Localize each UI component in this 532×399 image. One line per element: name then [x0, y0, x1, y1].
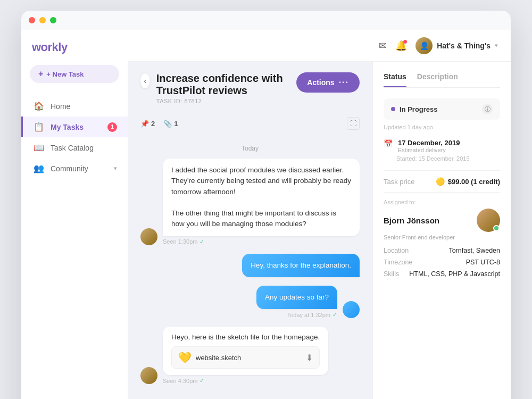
sidebar-label-home: Home [51, 102, 70, 111]
fullscreen-button[interactable]: ⛶ [347, 117, 360, 130]
close-button[interactable] [29, 17, 35, 23]
pins-button[interactable]: 📌 2 [140, 120, 155, 128]
updated-text: Updated 1 day ago [384, 124, 500, 130]
seen-check-icon: ✓ [200, 238, 204, 245]
seen-check-icon: ✓ [332, 311, 337, 318]
main-content: ✉ 🔔 👤 Hat's & Thing's ▾ [128, 30, 511, 399]
message-time: Today at 1:32pm ✓ [256, 311, 337, 318]
mail-button[interactable]: ✉ [379, 40, 387, 52]
user-menu[interactable]: 👤 Hat's & Thing's ▾ [415, 37, 498, 54]
pins-count: 2 [151, 120, 155, 128]
minimize-button[interactable] [39, 17, 46, 23]
delivery-info: 17 December, 2019 Estimated delivery [398, 139, 460, 153]
file-type-icon: 💛 [178, 351, 192, 364]
delivery-label: Estimated delivery [398, 147, 460, 153]
message-row: Heyo, here is the sketch file for the ho… [140, 327, 360, 384]
assigned-label: Assigned to: [384, 199, 500, 205]
actions-button[interactable]: Actions ··· [296, 72, 360, 93]
task-id: TASK ID: 87812 [156, 98, 297, 104]
task-price-label: Task price [384, 178, 415, 186]
top-header: ✉ 🔔 👤 Hat's & Thing's ▾ [128, 30, 511, 62]
status-badge: In Progress ⓘ [384, 98, 500, 120]
file-attachment: 💛 website.sketch ⬇ [171, 346, 320, 369]
status-info-button[interactable]: ⓘ [482, 104, 493, 114]
chat-toolbar: 📌 2 📎 1 ⛶ [140, 113, 360, 134]
maximize-button[interactable] [50, 17, 56, 23]
logo: workly [21, 40, 128, 65]
location-row: Location Tornfast, Sweden [384, 247, 500, 254]
new-task-button[interactable]: + + New Task [30, 65, 119, 83]
timezone-row: Timezone PST UTC-8 [384, 259, 500, 266]
message-bubble: Any updates so far? [256, 286, 337, 309]
divider [384, 170, 500, 171]
attachment-icon: 📎 [163, 120, 172, 128]
download-button[interactable]: ⬇ [306, 353, 313, 363]
app-body: workly + + New Task 🏠 Home 📋 My Tasks 1 … [21, 30, 511, 399]
task-area: ‹ Increase confidence with TrustPilot re… [128, 62, 511, 399]
divider [384, 192, 500, 193]
tab-status[interactable]: Status [384, 72, 406, 87]
sidebar: workly + + New Task 🏠 Home 📋 My Tasks 1 … [21, 30, 128, 399]
message-row: Hey, thanks for the explanation. [140, 254, 360, 277]
message-row: I added the social proof modules we disc… [140, 159, 360, 245]
right-panel: Status Description In Progress ⓘ Updated… [372, 62, 511, 399]
assignee-role: Senior Front-end developer [384, 234, 500, 240]
assignee-name: Bjorn Jönsson [384, 216, 439, 225]
timezone-value: PST UTC-8 [466, 259, 500, 266]
assignee-online-status [493, 225, 500, 231]
app-window: workly + + New Task 🏠 Home 📋 My Tasks 1 … [21, 11, 511, 399]
sidebar-bottom: 🪙 4 task credits left Upgrade Subscripti… [21, 392, 128, 399]
notification-button[interactable]: 🔔 [395, 40, 407, 52]
started-text: Started: 15 December, 2019 [396, 155, 500, 162]
date-divider: Today [140, 145, 360, 152]
file-message-text: Heyo, here is the sketch file for the ho… [171, 333, 320, 341]
sidebar-item-community[interactable]: 👥 Community ▾ [21, 158, 128, 179]
fullscreen-icon: ⛶ [350, 120, 356, 127]
sidebar-label-task-catalog: Task Catalog [51, 144, 94, 152]
coin-icon: 🟡 [436, 177, 445, 186]
message-bubble-wrap: Heyo, here is the sketch file for the ho… [163, 327, 328, 384]
file-message-bubble: Heyo, here is the sketch file for the ho… [163, 327, 328, 375]
tab-description[interactable]: Description [417, 72, 458, 87]
message-row: Any updates so far? Today at 1:32pm ✓ [140, 286, 360, 318]
sender-avatar [140, 367, 157, 384]
tasks-icon: 📋 [34, 122, 44, 132]
assignee-avatar [477, 209, 500, 232]
user-name: Hat's & Thing's [437, 41, 491, 50]
user-chevron-icon: ▾ [495, 42, 498, 49]
attachments-button[interactable]: 📎 1 [163, 120, 178, 128]
plus-icon: + [38, 69, 43, 79]
task-title-area: ‹ Increase confidence with TrustPilot re… [140, 72, 296, 104]
location-label: Location [384, 247, 409, 254]
back-button[interactable]: ‹ [140, 73, 150, 88]
community-icon: 👥 [34, 163, 44, 173]
task-price-value: 🟡 $99.00 (1 credit) [436, 177, 500, 186]
skills-label: Skills [384, 270, 399, 278]
community-chevron-icon: ▾ [114, 165, 117, 172]
sidebar-item-my-tasks[interactable]: 📋 My Tasks 1 [21, 117, 128, 137]
sidebar-item-home[interactable]: 🏠 Home [21, 96, 128, 117]
message-bubble: I added the social proof modules we disc… [163, 159, 360, 236]
panel-tabs: Status Description [384, 72, 500, 88]
actions-dots-icon: ··· [339, 78, 349, 87]
message-bubble: Hey, thanks for the explanation. [242, 254, 360, 277]
chat-messages: Today I added the social proof modules w… [140, 138, 360, 399]
status-label-area: In Progress [391, 105, 438, 113]
message-time: Seen 1:30pm ✓ [163, 238, 360, 245]
self-avatar [343, 301, 360, 318]
sidebar-label-community: Community [51, 164, 88, 173]
pin-icon: 📌 [140, 120, 149, 128]
task-title: Increase confidence with TrustPilot revi… [156, 72, 297, 97]
sidebar-label-my-tasks: My Tasks [51, 123, 84, 131]
sidebar-item-task-catalog[interactable]: 📖 Task Catalog [21, 137, 128, 158]
task-price-row: Task price 🟡 $99.00 (1 credit) [384, 177, 500, 186]
message-bubble-wrap: Hey, thanks for the explanation. [242, 254, 360, 277]
seen-check-icon: ✓ [200, 377, 204, 384]
new-task-label: + New Task [46, 70, 84, 78]
assigned-row: Bjorn Jönsson [384, 209, 500, 232]
file-name: website.sketch [196, 354, 302, 362]
attachments-count: 1 [174, 120, 178, 128]
task-header: ‹ Increase confidence with TrustPilot re… [140, 72, 360, 104]
catalog-icon: 📖 [34, 143, 44, 153]
location-value: Tornfast, Sweden [448, 247, 500, 254]
